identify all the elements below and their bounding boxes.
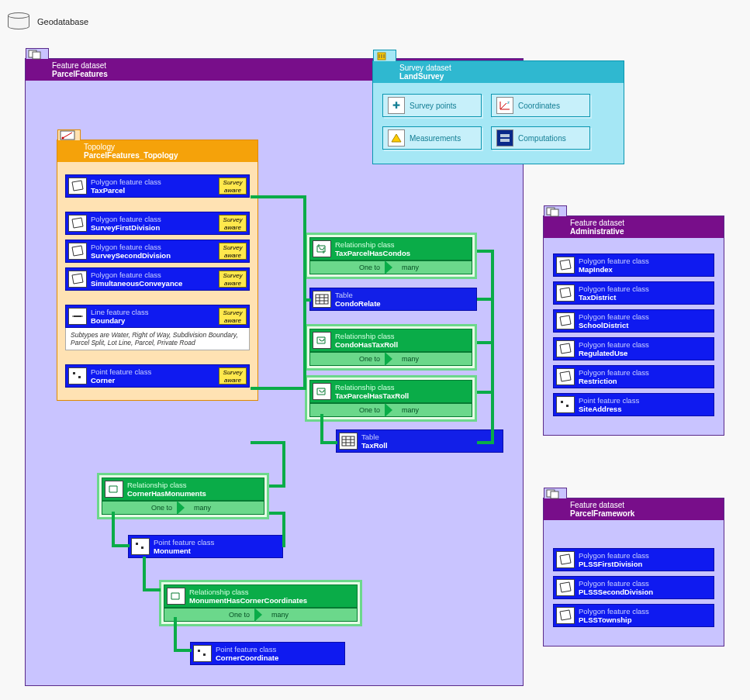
axes-icon: z xyxy=(496,97,513,114)
fc-name-label: TaxDistrict xyxy=(579,293,710,302)
dataset-type-label: Feature dataset xyxy=(570,219,624,227)
arrow-right-icon xyxy=(254,608,262,622)
svg-rect-12 xyxy=(73,372,75,374)
rel-type-label: Relationship class xyxy=(335,332,395,340)
relationship-icon xyxy=(313,240,331,257)
svg-marker-47 xyxy=(560,554,571,564)
connector xyxy=(143,588,161,591)
rel-name-label: CondoHasTaxRoll xyxy=(335,340,468,349)
polygon-icon xyxy=(556,579,575,596)
svg-marker-39 xyxy=(560,288,571,298)
fc-type-label: Polygon feature class xyxy=(91,178,161,186)
survey-title: Survey dataset LandSurvey xyxy=(373,61,624,83)
polygon-icon xyxy=(68,215,87,232)
fc-name-label: TaxParcel xyxy=(91,186,215,195)
svg-marker-33 xyxy=(392,134,401,142)
arrow-right-icon xyxy=(385,352,392,366)
fc-type-label: Point feature class xyxy=(579,396,639,405)
database-icon xyxy=(8,12,29,31)
svg-marker-42 xyxy=(560,371,571,381)
polygon-icon xyxy=(68,178,87,195)
feature-class-boundary-group: Line feature class Boundary Survey aware… xyxy=(65,305,250,350)
geodatabase-label: Geodatabase xyxy=(37,17,88,26)
crosshair-icon: ✚ xyxy=(388,97,405,114)
cardinality: One to many xyxy=(309,260,472,274)
connector xyxy=(143,557,146,591)
svg-rect-27 xyxy=(203,653,206,656)
connector xyxy=(477,441,493,444)
fc-name-label: PLSSFirstDivision xyxy=(579,560,710,568)
relationship-icon xyxy=(167,588,185,605)
connector xyxy=(320,441,337,444)
dataset-title: Feature dataset ParcelFramework xyxy=(544,498,724,520)
feature-dataset-administrative: Feature dataset Administrative Polygon f… xyxy=(543,216,724,436)
triangle-icon xyxy=(388,129,405,147)
fc-type-label: Polygon feature class xyxy=(579,579,649,588)
folder-tab-icon xyxy=(373,50,396,61)
feature-class-corner: Point feature class Corner Survey aware xyxy=(65,364,250,388)
survey-name-label: LandSurvey xyxy=(399,72,619,81)
survey-item-label: Computations xyxy=(518,134,566,143)
fc-type-label: Polygon feature class xyxy=(579,368,649,377)
table-name-label: CondoRelate xyxy=(335,299,473,308)
card-one-label: One to xyxy=(102,504,177,512)
survey-aware-tag: Survey aware xyxy=(219,271,247,288)
cardinality: One to many xyxy=(309,403,472,417)
feature-class-siteaddress: Point feature class SiteAddress xyxy=(553,393,714,416)
polygon-icon xyxy=(556,368,575,385)
topology-title: Topology ParcelFeatures_Topology xyxy=(57,140,257,162)
rel-header: Relationship class CornerHasMonuments xyxy=(102,478,264,501)
topology-panel: Topology ParcelFeatures_Topology Polygon… xyxy=(57,140,258,401)
rel-condohastaxroll: Relationship class CondoHasTaxRoll One t… xyxy=(305,324,477,371)
connector xyxy=(320,414,323,441)
card-many-label: many xyxy=(392,406,472,414)
topology-type-label: Topology xyxy=(84,143,115,151)
rel-name-label: MonumentHasCornerCoordinates xyxy=(189,596,354,605)
connector xyxy=(282,441,285,488)
svg-rect-14 xyxy=(316,295,328,304)
survey-aware-tag: Survey aware xyxy=(219,367,247,384)
connector xyxy=(251,195,306,198)
svg-rect-24 xyxy=(136,543,138,545)
compute-icon xyxy=(496,129,513,147)
fc-type-label: Polygon feature class xyxy=(579,284,649,293)
survey-dataset-landsurvey: Survey dataset LandSurvey ✚ Survey point… xyxy=(372,60,624,164)
connector xyxy=(303,298,311,302)
connector xyxy=(269,512,285,515)
dataset-icon xyxy=(546,207,565,216)
feature-class-regulateduse: Polygon feature class RegulatedUse xyxy=(553,337,714,360)
dataset-title: Feature dataset Administrative xyxy=(544,216,724,238)
polygon-icon xyxy=(556,551,575,568)
connector xyxy=(269,484,285,488)
feature-class-plssseconddivision: Polygon feature class PLSSSecondDivision xyxy=(553,576,714,599)
feature-class-plsstownship: Polygon feature class PLSSTownship xyxy=(553,604,714,627)
card-many-label: many xyxy=(185,504,264,512)
connector xyxy=(282,544,285,547)
arrow-right-icon xyxy=(385,260,392,274)
survey-icon xyxy=(376,51,395,61)
svg-rect-1 xyxy=(33,52,40,59)
survey-aware-tag: Survey aware xyxy=(219,308,247,325)
svg-rect-13 xyxy=(78,376,81,378)
card-many-label: many xyxy=(392,355,472,363)
polygon-icon xyxy=(556,312,575,329)
polygon-icon xyxy=(68,243,87,260)
svg-marker-49 xyxy=(560,610,571,620)
svg-rect-37 xyxy=(551,209,558,216)
table-icon xyxy=(339,433,358,450)
survey-aware-tag: Survey aware xyxy=(219,243,247,260)
fc-name-label: SimultaneousConveyance xyxy=(91,279,215,288)
fc-name-label: SurveyFirstDivision xyxy=(91,223,215,232)
cardinality: One to many xyxy=(102,501,264,515)
polygon-icon xyxy=(556,284,575,302)
geodatabase-root: Geodatabase xyxy=(8,12,88,31)
card-one-label: One to xyxy=(310,355,385,363)
fc-type-label: Polygon feature class xyxy=(579,607,649,616)
feature-class-plssfirstdivision: Polygon feature class PLSSFirstDivision xyxy=(553,548,714,571)
feature-class-schooldistrict: Polygon feature class SchoolDistrict xyxy=(553,309,714,333)
rel-header: Relationship class TaxParcelHasCondos xyxy=(309,237,472,260)
arrow-right-icon xyxy=(385,403,392,417)
svg-marker-6 xyxy=(72,218,83,228)
connector xyxy=(282,512,285,547)
arrow-right-icon xyxy=(177,501,185,515)
